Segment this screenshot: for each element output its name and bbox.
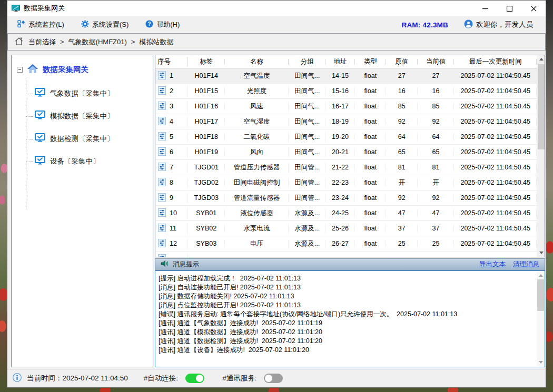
menu-item-system-settings[interactable]: 系统设置(S) [76,17,133,32]
menu-bar: 系统监控(L) [7,16,546,33]
breadcrumb-prefix: 当前选择 [28,37,56,47]
tree-item-label: 气象数据〔采集中〕 [50,89,114,98]
tree-item[interactable]: 设备〔采集中〕 [12,151,153,172]
table-row[interactable]: 8 TJGD02 田间电磁阀控制 田间管... 22-23 float 开 开 … [155,175,537,190]
tree-item-label: 模拟数据〔采集中〕 [50,112,114,121]
point-sliders-icon [158,71,166,81]
cell-type: float [355,87,386,95]
tree-item-label: 设备〔采集中〕 [50,157,100,166]
cell-tag: TJGD01 [188,164,225,171]
minimize-button[interactable] [473,1,497,16]
column-header[interactable]: 当前值 [418,57,455,66]
cell-raw-value: 16 [386,87,418,95]
auto-connect-toggle[interactable] [185,374,204,383]
cell-last-update: 2025-07-02 11:04:50.45 [454,118,537,125]
table-row[interactable]: 1 H01F14 空气温度 田间气... 14-15 float 27 27 2… [155,68,537,84]
cell-type: float [355,148,386,156]
tree-root-node[interactable]: 数据采集网关 [17,64,153,76]
user-welcome: 欢迎你，开发人员 [464,19,533,30]
main-area: 数据采集网关 气象数据〔采集中〕 模拟数据〔采集中〕 [7,51,546,369]
cell-index: 10 [170,209,177,217]
cell-current-value: 25 [418,240,455,247]
table-row[interactable]: 3 H01F16 风速 田间气... 16-17 float 85 85 202… [155,99,537,114]
cell-current-value: 64 [418,133,455,140]
table-row[interactable] [155,252,537,257]
cell-group: 田间气... [289,102,325,111]
table-row[interactable]: 9 TJGD03 管道流量传感器 田间管... 23-24 float 92 9… [155,190,537,206]
scrollbar-thumb[interactable] [537,279,544,311]
cell-group: 田间气... [289,72,325,81]
scrollbar-thumb[interactable] [538,64,545,149]
tree-item[interactable]: 数据检测〔采集中〕 [12,128,153,149]
cell-group: 田间气... [289,148,325,157]
table-row[interactable]: 7 TJGD01 管道压力传感器 田间管... 21-22 float 81 8… [155,160,537,175]
point-sliders-icon [158,208,166,218]
message-scrollbar[interactable] [537,272,544,366]
cell-index: 9 [170,194,173,202]
cell-index: 3 [170,103,173,110]
column-header[interactable]: 分组 [289,57,325,66]
cell-group: 水源及... [289,239,325,248]
cell-last-update: 2025-07-02 11:04:50.45 [454,72,537,79]
tree-item-label: 数据检测〔采集中〕 [50,134,114,144]
monitor-check-icon [35,133,45,145]
column-header[interactable]: 序号 [155,55,188,68]
cell-index: 6 [170,148,173,156]
tree-root-label: 数据采集网关 [43,65,88,75]
column-header[interactable]: 类型 [355,57,386,66]
column-header[interactable]: 地址 [325,57,355,66]
maximize-button[interactable] [497,1,521,16]
cell-name: 液位传感器 [225,209,289,218]
point-sliders-icon [158,147,166,157]
table-row[interactable]: 2 H01F15 光照度 田间气... 15-16 float 16 16 20… [155,84,537,99]
collapse-expander-icon[interactable] [17,67,23,73]
cell-raw-value: 92 [386,118,418,125]
close-button[interactable] [521,1,546,16]
tree-item[interactable]: 模拟数据〔采集中〕 [12,106,153,127]
scroll-up-icon[interactable] [537,272,545,279]
clear-messages-link[interactable]: 清理消息 [513,260,539,269]
cell-type: float [355,225,386,232]
cell-last-update: 2025-07-02 11:04:50.45 [454,194,537,202]
log-line: [错误] 通讯服务启动: 通常每个套接字地址(协议/网络地址/端口)只允许使用一… [159,310,540,319]
cell-address: 26-27 [325,240,355,247]
table-row[interactable]: 12 SYB03 电压 水源及... 26-27 float 25 25 202… [155,236,537,252]
cell-last-update: 2025-07-02 11:04:50.45 [454,148,537,156]
breadcrumb-trail: >气象数据(HMFZ01)>模拟站数据 [56,37,173,47]
app-window: 数据采集网关 系统监控(L) [7,0,546,388]
column-header[interactable]: 标签 [188,57,225,66]
table-row[interactable]: 4 H01F17 空气湿度 田间气... 18-19 float 92 92 2… [155,114,537,129]
comm-service-toggle[interactable] [264,374,283,383]
point-sliders-icon [158,163,166,173]
cell-name: 空气湿度 [225,117,289,126]
cell-address: 15-16 [325,87,355,95]
cell-name: 风速 [225,102,289,111]
table-row[interactable]: 6 H01F19 风向 田间气... 20-21 float 65 65 202… [155,145,537,160]
scroll-down-icon[interactable] [537,358,545,366]
export-text-link[interactable]: 导出文本 [479,260,506,269]
cell-last-update: 2025-07-02 11:04:50.45 [454,133,537,140]
column-header[interactable]: 最后一次更新时间 [454,57,537,66]
cell-tag: H01F19 [188,148,225,156]
status-bar: 当前时间：2025-07-02 11:04:50 #自动连接: #通讯服务: [7,369,546,387]
scroll-down-icon[interactable] [537,249,545,257]
breadcrumb: 当前选择 >气象数据(HMFZ01)>模拟站数据 [7,33,546,51]
table-header-row: 序号 标签 名称 分组 地址 类型 原值 当前值 最后一次更新时间 [155,55,537,68]
log-line: [提示] 启动进程加载完成！ 2025-07-02 11:01:13 [159,274,540,283]
table-scrollbar[interactable] [537,55,545,257]
table-row[interactable]: 5 H01F18 二氧化碳 田间气... 19-20 float 64 64 2… [155,129,537,145]
menu-item-help[interactable]: ? 帮助(H) [141,17,184,32]
cell-raw-value: 27 [386,72,418,79]
house-icon [27,64,38,76]
table-row[interactable]: 11 SYB02 水泵电流 水源及... 25-26 float 37 37 2… [155,221,537,236]
cell-address: 23-24 [325,194,355,202]
cell-type: float [355,164,386,171]
cell-address: 20-21 [325,148,355,156]
menu-item-system-monitor[interactable]: 系统监控(L) [13,17,69,32]
table-row[interactable]: 10 SYB01 液位传感器 水源及... 24-25 float 47 47 … [155,206,537,221]
tree-item[interactable]: 气象数据〔采集中〕 [12,83,153,104]
column-header[interactable]: 原值 [386,57,418,66]
column-header[interactable]: 名称 [225,57,289,66]
scroll-up-icon[interactable] [537,55,545,63]
point-sliders-icon [158,86,166,96]
